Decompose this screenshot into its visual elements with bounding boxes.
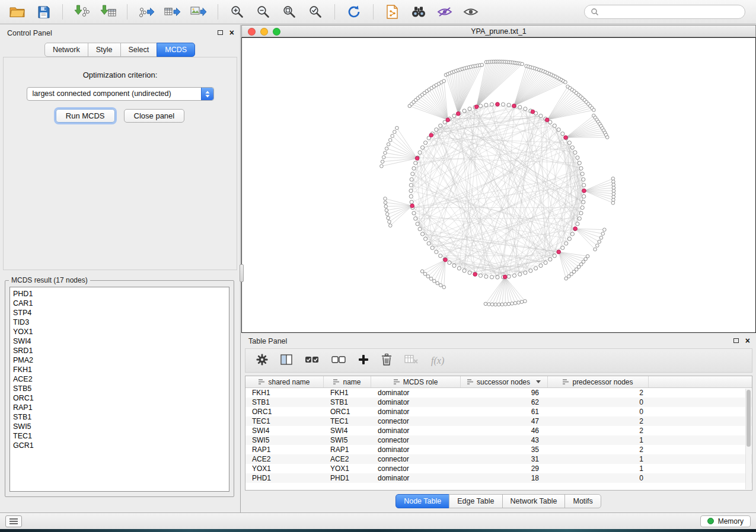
mcds-result-item[interactable]: SRD1: [13, 346, 226, 355]
mcds-result-item[interactable]: PHD1: [13, 289, 226, 299]
mcds-result-item[interactable]: GCR1: [13, 441, 226, 450]
tab-network[interactable]: Network: [44, 43, 88, 57]
mcds-result-item[interactable]: STB5: [13, 384, 226, 393]
network-window-titlebar[interactable]: YPA_prune.txt_1: [241, 25, 756, 37]
minimize-traffic-light-icon[interactable]: [260, 28, 268, 36]
task-history-button[interactable]: [5, 515, 22, 527]
mcds-result-item[interactable]: STB1: [13, 412, 226, 422]
column-header-name[interactable]: name: [324, 376, 371, 387]
float-window-icon[interactable]: [733, 338, 739, 343]
select-all-button[interactable]: [305, 354, 319, 367]
table-cell: 0: [548, 408, 649, 416]
show-graphics-button[interactable]: [460, 2, 482, 21]
mcds-result-item[interactable]: YOX1: [13, 327, 226, 336]
table-row[interactable]: ACE2ACE2connector311: [245, 454, 752, 464]
import-table-button[interactable]: [97, 2, 119, 21]
table-cell: 1: [548, 464, 649, 473]
table-row[interactable]: YOX1YOX1connector291: [245, 464, 752, 473]
tab-motifs[interactable]: Motifs: [564, 494, 601, 508]
mcds-result-item[interactable]: SWI5: [13, 422, 226, 431]
mcds-result-list[interactable]: PHD1CAR1STP4TID3YOX1SWI4SRD1PMA2FKH1ACE2…: [9, 287, 229, 492]
close-panel-button[interactable]: Close panel: [124, 109, 185, 123]
save-session-button[interactable]: [32, 2, 55, 21]
plus-icon: [358, 354, 369, 365]
close-window-icon[interactable]: ×: [745, 338, 750, 344]
sort-icon: [563, 379, 569, 384]
maximize-traffic-light-icon[interactable]: [273, 28, 280, 36]
tab-mcds[interactable]: MCDS: [157, 43, 195, 57]
scrollbar-thumb[interactable]: [747, 390, 751, 447]
destroy-table-button[interactable]: [404, 354, 419, 367]
table-cell: SWI5: [245, 436, 324, 444]
float-window-icon[interactable]: [218, 30, 223, 35]
tab-node-table[interactable]: Node Table: [395, 494, 449, 508]
share-document-button[interactable]: [381, 2, 404, 21]
tab-select[interactable]: Select: [120, 43, 158, 57]
table-row[interactable]: TEC1TEC1connector472: [245, 416, 752, 426]
search-box[interactable]: [584, 5, 745, 19]
export-network-button[interactable]: [135, 2, 158, 21]
tab-edge-table[interactable]: Edge Table: [449, 494, 502, 508]
zoom-fit-button[interactable]: [278, 2, 301, 21]
mcds-result-item[interactable]: CAR1: [13, 299, 226, 308]
export-table-button[interactable]: [161, 2, 184, 21]
table-cell: TEC1: [324, 417, 371, 425]
table-settings-button[interactable]: [256, 354, 268, 368]
delete-rows-button[interactable]: [381, 354, 392, 368]
close-window-icon[interactable]: ×: [229, 30, 234, 36]
show-columns-button[interactable]: [280, 354, 292, 367]
table-row[interactable]: FKH1FKH1dominator962: [245, 388, 752, 398]
column-header-shared-name[interactable]: shared name: [245, 376, 324, 387]
function-builder-button[interactable]: f(x): [431, 355, 444, 366]
add-row-button[interactable]: [358, 354, 369, 367]
panel-splitter-grip[interactable]: [240, 264, 244, 282]
mcds-result-item[interactable]: SWI4: [13, 336, 226, 346]
zoom-fit-icon: [282, 5, 296, 19]
table-row[interactable]: RAP1RAP1dominator352: [245, 445, 752, 454]
mcds-result-group: MCDS result (17 nodes) PHD1CAR1STP4TID3Y…: [5, 276, 234, 497]
search-icon: [591, 8, 599, 16]
column-header-predecessor-nodes[interactable]: predecessor nodes: [548, 376, 649, 387]
run-mcds-button[interactable]: Run MCDS: [56, 109, 115, 123]
toolbar-separator: [62, 4, 63, 20]
tab-network-table[interactable]: Network Table: [502, 494, 566, 508]
hide-graphics-button[interactable]: [433, 2, 456, 21]
table-panel-titlebar: Table Panel ×: [241, 333, 756, 350]
mcds-result-item[interactable]: ORC1: [13, 393, 226, 403]
column-header-MCDS-role[interactable]: MCDS role: [371, 376, 461, 387]
mcds-result-item[interactable]: FKH1: [13, 365, 226, 374]
column-header-successor-nodes[interactable]: successor nodes: [461, 376, 548, 387]
zoom-selected-button[interactable]: [304, 2, 327, 21]
table-row[interactable]: STB1STB1dominator620: [245, 398, 752, 407]
mcds-result-item[interactable]: PMA2: [13, 355, 226, 365]
open-session-button[interactable]: [6, 2, 28, 21]
network-graph[interactable]: [242, 38, 755, 332]
search-input[interactable]: [602, 8, 739, 16]
zoom-in-button[interactable]: [226, 2, 248, 21]
find-button[interactable]: [407, 2, 430, 21]
apply-layout-button[interactable]: [343, 2, 365, 21]
mcds-result-item[interactable]: STP4: [13, 308, 226, 318]
export-image-button[interactable]: [187, 2, 210, 21]
network-canvas[interactable]: [241, 37, 756, 333]
table-cell: connector: [371, 464, 461, 473]
mcds-result-item[interactable]: TID3: [13, 318, 226, 327]
mcds-result-item[interactable]: ACE2: [13, 374, 226, 384]
table-row[interactable]: SWI4SWI4dominator462: [245, 426, 752, 435]
table-row[interactable]: SWI5SWI5connector431: [245, 435, 752, 445]
table-row[interactable]: ORC1ORC1dominator610: [245, 407, 752, 416]
close-traffic-light-icon[interactable]: [248, 28, 256, 36]
mcds-result-item[interactable]: TEC1: [13, 431, 226, 441]
memory-button[interactable]: Memory: [700, 515, 751, 527]
mcds-result-item[interactable]: RAP1: [13, 403, 226, 412]
table-cell: PHD1: [245, 474, 324, 482]
zoom-out-button[interactable]: [252, 2, 275, 21]
table-scrollbar[interactable]: [745, 389, 751, 489]
criterion-dropdown[interactable]: largest connected component (undirected): [27, 87, 214, 101]
column-sort-chevron-icon[interactable]: [536, 380, 541, 383]
import-network-button[interactable]: [71, 2, 93, 21]
sort-icon: [259, 379, 265, 384]
deselect-all-button[interactable]: [331, 354, 346, 367]
tab-style[interactable]: Style: [88, 43, 121, 57]
table-row[interactable]: PHD1PHD1dominator180: [245, 473, 752, 483]
